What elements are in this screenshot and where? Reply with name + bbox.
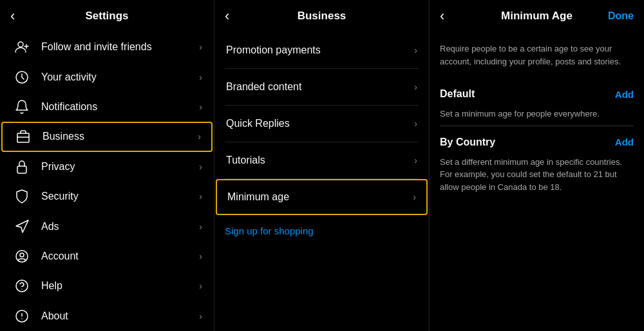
settings-header: ‹ Settings: [0, 0, 214, 32]
menu-label-security: Security: [41, 191, 199, 202]
menu-label-branded: Branded content: [226, 81, 414, 93]
chevron-icon: ›: [199, 281, 202, 291]
minimum-age-description: Require people to be a certain age to se…: [440, 43, 634, 68]
minimum-age-title: Minimum Age: [501, 10, 573, 23]
menu-item-business[interactable]: Business ›: [1, 122, 213, 151]
by-country-section-header: By Country Add: [440, 131, 634, 153]
lock-icon: [12, 156, 32, 177]
menu-label-quickreplies: Quick Replies: [226, 118, 414, 129]
svg-rect-4: [17, 133, 29, 142]
settings-title: Settings: [85, 10, 128, 23]
menu-label-activity: Your activity: [41, 71, 199, 83]
menu-label-help: Help: [41, 280, 199, 292]
chevron-icon: ›: [413, 192, 416, 202]
default-section: Default Add Set a minimum age for people…: [440, 83, 634, 120]
chevron-icon: ›: [199, 251, 202, 261]
minimum-age-back-button[interactable]: ‹: [440, 9, 444, 23]
megaphone-icon: [12, 216, 32, 237]
menu-label-about: About: [41, 310, 199, 322]
default-add-button[interactable]: Add: [615, 89, 634, 100]
menu-label-privacy: Privacy: [41, 161, 199, 173]
menu-item-notifications[interactable]: Notifications ›: [0, 92, 214, 122]
by-country-add-button[interactable]: Add: [615, 137, 634, 147]
business-icon: [13, 126, 33, 147]
business-panel: ‹ Business Promotion payments › Branded …: [214, 0, 430, 331]
settings-panel: ‹ Settings Follow and invite friends › Y…: [0, 0, 214, 331]
chevron-icon: ›: [199, 162, 202, 172]
chevron-icon: ›: [199, 311, 202, 321]
chevron-icon: ›: [414, 155, 417, 166]
shield-icon: [12, 186, 32, 207]
menu-item-privacy[interactable]: Privacy ›: [0, 152, 214, 182]
chevron-icon: ›: [199, 222, 202, 232]
menu-label-account: Account: [41, 251, 199, 262]
chevron-icon: ›: [414, 118, 417, 129]
menu-item-activity[interactable]: Your activity ›: [0, 62, 214, 91]
menu-label-minage: Minimum age: [227, 191, 413, 203]
chevron-icon: ›: [199, 191, 202, 202]
default-section-header: Default Add: [440, 83, 634, 105]
menu-label-business: Business: [43, 131, 198, 142]
chevron-icon: ›: [414, 82, 417, 92]
menu-item-quickreplies[interactable]: Quick Replies ›: [214, 106, 429, 142]
person-circle-icon: [12, 246, 32, 267]
menu-item-follow[interactable]: Follow and invite friends ›: [0, 32, 214, 62]
chevron-icon: ›: [199, 42, 202, 52]
question-circle-icon: [12, 276, 32, 296]
default-section-desc: Set a minimum age for people everywhere.: [440, 108, 634, 120]
sign-up-shopping-link[interactable]: Sign up for shopping: [214, 215, 429, 247]
menu-item-account[interactable]: Account ›: [0, 241, 214, 271]
svg-point-0: [18, 42, 23, 47]
business-header: ‹ Business: [214, 0, 429, 32]
info-circle-icon: [12, 306, 32, 326]
clock-icon: [12, 67, 32, 88]
menu-item-tutorials[interactable]: Tutorials ›: [214, 142, 429, 178]
settings-back-button[interactable]: ‹: [10, 9, 15, 23]
business-title: Business: [298, 10, 346, 23]
by-country-section-title: By Country: [440, 137, 495, 148]
menu-item-about[interactable]: About ›: [0, 301, 214, 331]
menu-label-follow: Follow and invite friends: [41, 41, 199, 53]
menu-item-minage[interactable]: Minimum age ›: [216, 179, 428, 215]
menu-item-help[interactable]: Help ›: [0, 271, 214, 301]
chevron-icon: ›: [198, 131, 201, 142]
menu-item-security[interactable]: Security ›: [0, 182, 214, 211]
person-add-icon: [12, 37, 32, 57]
by-country-section-desc: Set a different minimum age in specific …: [440, 156, 634, 194]
menu-item-promotion[interactable]: Promotion payments ›: [214, 32, 429, 68]
menu-label-notifications: Notifications: [41, 101, 199, 113]
business-back-button[interactable]: ‹: [225, 9, 229, 23]
by-country-section: By Country Add Set a different minimum a…: [440, 131, 634, 194]
menu-label-tutorials: Tutorials: [226, 155, 414, 166]
minimum-age-content: Require people to be a certain age to se…: [430, 32, 644, 331]
done-button[interactable]: Done: [608, 10, 634, 22]
menu-label-promotion: Promotion payments: [226, 44, 414, 56]
chevron-icon: ›: [414, 45, 417, 55]
svg-point-8: [20, 253, 24, 257]
menu-item-branded[interactable]: Branded content ›: [214, 69, 429, 105]
default-section-title: Default: [440, 88, 475, 100]
chevron-icon: ›: [199, 72, 202, 82]
svg-point-9: [16, 280, 28, 292]
minimum-age-panel: ‹ Minimum Age Done Require people to be …: [430, 0, 644, 331]
menu-item-ads[interactable]: Ads ›: [0, 211, 214, 241]
chevron-icon: ›: [199, 102, 202, 112]
minimum-age-header: ‹ Minimum Age Done: [430, 0, 644, 32]
section-divider: [440, 126, 634, 126]
bell-icon: [12, 97, 32, 117]
menu-label-ads: Ads: [41, 221, 199, 232]
svg-rect-6: [17, 166, 26, 173]
